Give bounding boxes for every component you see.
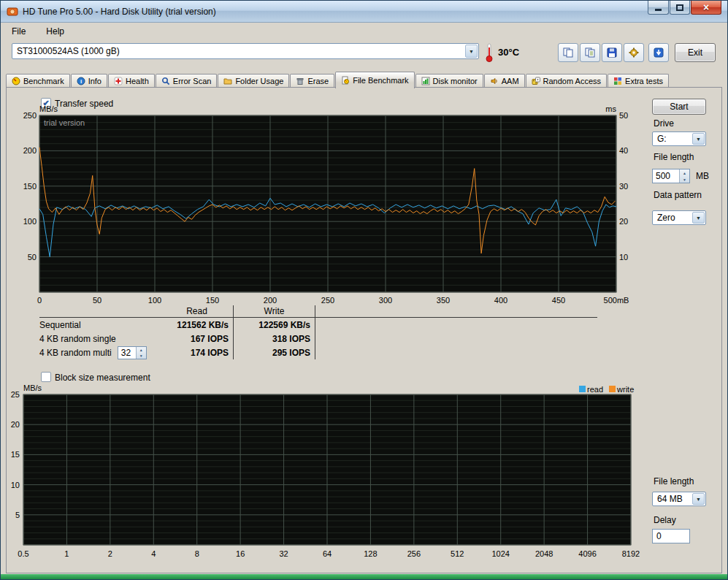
tab-info[interactable]: iInfo xyxy=(71,74,107,88)
info-icon: i xyxy=(77,77,85,85)
start-button-label: Start xyxy=(670,102,688,112)
row-label: 4 KB random single xyxy=(39,334,116,344)
file-benchmark-panel: ✔ Transfer speed trial versionMB/sms2502… xyxy=(6,87,722,573)
svg-text:128: 128 xyxy=(364,549,377,558)
window-title: HD Tune Pro 5.00 - Hard Disk Utility (tr… xyxy=(23,7,216,17)
chevron-down-icon[interactable]: ▼ xyxy=(692,493,705,505)
svg-text:trial version: trial version xyxy=(44,118,85,127)
close-button[interactable]: × xyxy=(691,1,721,15)
data-pattern-dropdown[interactable]: Zero ▼ xyxy=(652,210,706,225)
tab-error-scan[interactable]: Error Scan xyxy=(156,74,218,88)
svg-text:1024: 1024 xyxy=(491,549,509,558)
save-button[interactable] xyxy=(602,43,622,62)
download-icon xyxy=(653,47,664,58)
svg-text:MB/s: MB/s xyxy=(39,104,58,113)
maximize-icon xyxy=(676,4,683,11)
svg-text:2: 2 xyxy=(108,549,112,558)
tab-label: Benchmark xyxy=(23,77,64,85)
tab-label: Health xyxy=(126,77,149,85)
svg-text:200: 200 xyxy=(264,296,277,305)
svg-text:ms: ms xyxy=(605,104,616,113)
tab-label: Disk monitor xyxy=(433,77,478,85)
svg-text:256: 256 xyxy=(407,549,421,558)
tab-label: Folder Usage xyxy=(235,77,283,85)
svg-text:5: 5 xyxy=(15,511,20,519)
read-column-header: Read xyxy=(161,305,234,317)
options-icon xyxy=(628,47,640,58)
block-size-checkbox[interactable] xyxy=(41,372,51,382)
svg-text:0: 0 xyxy=(37,296,42,305)
chevron-down-icon[interactable]: ▼ xyxy=(692,212,705,224)
file-length-spinner[interactable]: 500 ▲▼ xyxy=(652,169,690,183)
read-value: 121562 KB/s xyxy=(161,318,234,332)
bottom-file-length-dropdown[interactable]: 64 MB ▼ xyxy=(652,492,706,506)
minimize-button[interactable] xyxy=(648,1,669,15)
tab-aam[interactable]: AAM xyxy=(484,74,525,88)
svg-text:i: i xyxy=(80,78,82,85)
drive-dropdown-value: G: xyxy=(653,134,691,144)
menu-file[interactable]: File xyxy=(9,25,28,38)
folder-usage-icon xyxy=(223,77,232,85)
transfer-speed-chart: trial versionMB/sms250200150100505040302… xyxy=(19,104,634,310)
table-row: 4 KB random single167 IOPS318 IOPS xyxy=(39,332,597,346)
maximize-button[interactable] xyxy=(670,1,690,15)
svg-text:100: 100 xyxy=(23,217,37,226)
exit-button-label: Exit xyxy=(688,47,702,58)
svg-text:4: 4 xyxy=(151,549,156,558)
minimize-icon xyxy=(655,9,662,11)
tab-label: Random Access xyxy=(543,77,601,85)
spinner-arrows[interactable]: ▲▼ xyxy=(679,169,689,183)
random-access-icon xyxy=(532,77,540,85)
svg-text:200: 200 xyxy=(23,146,37,155)
drive-select-value: ST31000524AS (1000 gB) xyxy=(12,46,464,56)
tab-disk-monitor[interactable]: Disk monitor xyxy=(415,74,483,88)
write-value: 318 IOPS xyxy=(234,332,315,346)
tab-label: Extra tests xyxy=(625,77,663,85)
delay-label: Delay xyxy=(654,515,676,525)
tab-erase[interactable]: Erase xyxy=(290,74,334,88)
spinner-arrows[interactable]: ▲▼ xyxy=(136,347,146,359)
tab-benchmark[interactable]: Benchmark xyxy=(6,74,70,88)
chevron-down-icon[interactable]: ▼ xyxy=(465,45,478,58)
chevron-down-icon[interactable]: ▼ xyxy=(692,133,705,145)
queue-depth-spinner[interactable]: 32▲▼ xyxy=(118,346,147,359)
tab-random-access[interactable]: Random Access xyxy=(526,74,607,88)
table-row: Sequential121562 KB/s122569 KB/s xyxy=(39,318,597,332)
svg-text:25: 25 xyxy=(11,390,20,399)
svg-text:0.5: 0.5 xyxy=(18,549,28,558)
svg-text:10: 10 xyxy=(11,481,20,489)
svg-text:20: 20 xyxy=(619,217,628,226)
title-bar[interactable]: HD Tune Pro 5.00 - Hard Disk Utility (tr… xyxy=(1,1,727,23)
copy-button[interactable] xyxy=(558,43,578,62)
tab-health[interactable]: Health xyxy=(108,74,155,88)
menu-help[interactable]: Help xyxy=(43,25,67,38)
aam-icon xyxy=(490,77,499,85)
svg-text:1: 1 xyxy=(64,549,69,558)
spinner-up-icon[interactable]: ▲ xyxy=(137,347,146,353)
tab-label: Info xyxy=(88,77,101,85)
bottom-edge xyxy=(1,574,727,579)
drive-dropdown[interactable]: G: ▼ xyxy=(652,131,706,146)
tab-folder-usage[interactable]: Folder Usage xyxy=(218,74,289,88)
tab-extra-tests[interactable]: Extra tests xyxy=(608,74,669,88)
disk-monitor-icon xyxy=(421,77,430,85)
options-button[interactable] xyxy=(624,43,644,62)
delay-input[interactable]: 0 xyxy=(652,529,690,543)
write-value: 122569 KB/s xyxy=(234,318,315,332)
spinner-down-icon[interactable]: ▼ xyxy=(680,176,689,183)
close-icon: × xyxy=(703,1,709,13)
tab-file-benchmark[interactable]: File Benchmark xyxy=(335,72,414,88)
svg-text:250: 250 xyxy=(321,296,334,305)
spinner-up-icon[interactable]: ▲ xyxy=(680,169,689,176)
drive-select[interactable]: ST31000524AS (1000 gB) ▼ xyxy=(12,43,479,59)
spinner-down-icon[interactable]: ▼ xyxy=(137,353,146,359)
svg-text:40: 40 xyxy=(619,146,628,155)
start-button[interactable]: Start xyxy=(652,99,706,115)
row-label: 4 KB random multi xyxy=(39,348,112,358)
download-button[interactable] xyxy=(648,43,669,62)
exit-button[interactable]: Exit xyxy=(675,43,716,62)
copy-icon xyxy=(562,47,574,58)
copy-report-icon xyxy=(584,47,596,58)
write-value: 295 IOPS xyxy=(234,346,315,359)
copy-report-button[interactable] xyxy=(580,43,600,62)
